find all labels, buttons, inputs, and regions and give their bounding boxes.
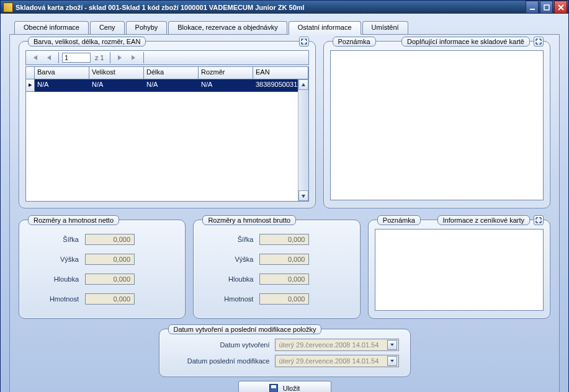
brutto-depth[interactable] — [259, 274, 309, 285]
col-rozmer[interactable]: Rozměr — [199, 67, 253, 79]
col-delka[interactable]: Délka — [144, 67, 199, 79]
expand-icon[interactable] — [299, 37, 309, 47]
titlebar: Skladová karta zboží - sklad 001-Sklad 1… — [1, 1, 568, 14]
note1-hint: Doplňující informace ke skladové kartě — [401, 37, 530, 47]
col-velikost[interactable]: Velikost — [89, 67, 144, 79]
brutto-width[interactable] — [259, 234, 309, 245]
tab-reservations[interactable]: Blokace, rezervace a objednávky — [168, 21, 287, 35]
tab-other[interactable]: Ostatní informace — [289, 21, 361, 35]
note2-legend: Poznámka — [377, 215, 421, 225]
ean-group: Barva, velikost, délka, rozměr, EAN z 1 — [19, 41, 316, 208]
scroll-down-icon[interactable] — [298, 190, 308, 201]
brutto-legend: Rozměry a hmotnost brutto — [202, 215, 296, 225]
ean-legend: Barva, velikost, délka, rozměr, EAN — [28, 37, 146, 47]
save-button[interactable]: Uložit — [238, 381, 331, 392]
nav-last-icon[interactable] — [128, 52, 140, 63]
tab-prices[interactable]: Ceny — [90, 21, 125, 35]
scrollbar-vertical[interactable] — [298, 79, 308, 201]
tab-page-other: Barva, velikost, délka, rozměr, EAN z 1 — [9, 34, 560, 392]
nav-first-icon[interactable] — [29, 52, 41, 63]
label-depth: Hloubka — [29, 275, 79, 283]
note2-group: Poznámka Informace z ceníkové karty — [368, 220, 550, 319]
svg-rect-0 — [530, 9, 535, 10]
cell-barva: N/A — [35, 79, 89, 92]
close-button[interactable] — [554, 1, 567, 14]
chevron-down-icon[interactable] — [387, 340, 397, 350]
created-label: Datum vytvoření — [171, 341, 270, 349]
window-title: Skladová karta zboží - sklad 001-Sklad 1… — [16, 4, 526, 11]
col-ean[interactable]: EAN — [253, 67, 308, 79]
grid-body: ▸ N/A N/A N/A N/A 3838905003126 — [26, 79, 308, 201]
cell-rozmer: N/A — [199, 79, 253, 92]
netto-legend: Rozměry a hmotnost netto — [28, 215, 119, 225]
disk-icon — [269, 384, 278, 392]
dates-group: Datum vytvoření a poslední modifikace po… — [159, 329, 411, 377]
scroll-up-icon[interactable] — [298, 79, 308, 90]
window: Skladová karta zboží - sklad 001-Sklad 1… — [0, 0, 569, 392]
cell-velikost: N/A — [89, 79, 144, 92]
nav-position-input[interactable] — [62, 53, 91, 63]
svg-rect-1 — [544, 5, 549, 10]
tab-general[interactable]: Obecné informace — [14, 21, 89, 35]
minimize-button[interactable] — [526, 1, 539, 14]
brutto-height[interactable] — [259, 254, 309, 265]
label-height: Výška — [29, 256, 79, 263]
expand-icon[interactable] — [534, 215, 544, 225]
tab-strip: Obecné informace Ceny Pohyby Blokace, re… — [14, 21, 560, 35]
brutto-mass[interactable] — [259, 293, 309, 305]
note1-textarea[interactable] — [330, 50, 544, 200]
chevron-down-icon[interactable] — [387, 356, 397, 366]
nav-of-label: z 1 — [95, 54, 104, 61]
modified-value: úterý 29.července.2008 14.01.54 — [279, 357, 379, 365]
col-barva[interactable]: Barva — [35, 67, 89, 79]
client-area: Obecné informace Ceny Pohyby Blokace, re… — [1, 14, 568, 392]
label-width: Šířka — [204, 236, 253, 243]
cell-delka: N/A — [144, 79, 199, 92]
netto-group: Rozměry a hmotnost netto Šířka Výška Hlo… — [19, 220, 186, 319]
netto-width[interactable] — [85, 234, 135, 245]
label-height: Výška — [204, 256, 253, 263]
label-depth: Hloubka — [204, 275, 253, 283]
created-picker[interactable]: úterý 29.července.2008 14.01.54 — [275, 339, 399, 351]
modified-picker[interactable]: úterý 29.července.2008 14.01.54 — [275, 355, 399, 367]
netto-mass[interactable] — [85, 293, 135, 305]
expand-icon[interactable] — [534, 37, 544, 47]
grid-header: Barva Velikost Délka Rozměr EAN — [26, 67, 308, 79]
tab-location[interactable]: Umístění — [362, 21, 408, 35]
netto-depth[interactable] — [85, 274, 135, 285]
maximize-button[interactable] — [540, 1, 553, 14]
netto-height[interactable] — [85, 254, 135, 265]
brutto-group: Rozměry a hmotnost brutto Šířka Výška Hl… — [193, 220, 360, 319]
table-row[interactable]: ▸ N/A N/A N/A N/A 3838905003126 — [26, 79, 308, 92]
row-selector[interactable]: ▸ — [26, 79, 35, 92]
ean-grid[interactable]: Barva Velikost Délka Rozměr EAN ▸ N/A N/… — [25, 66, 309, 202]
dates-legend: Datum vytvoření a poslední modifikace po… — [168, 324, 322, 334]
tab-movement[interactable]: Pohyby — [126, 21, 168, 35]
label-mass: Hmotnost — [29, 295, 79, 303]
label-mass: Hmotnost — [204, 295, 253, 303]
created-value: úterý 29.července.2008 14.01.54 — [279, 341, 379, 349]
note1-group: Poznámka Doplňující informace ke skladov… — [323, 41, 550, 208]
nav-next-icon[interactable] — [114, 52, 126, 63]
row-header-blank — [26, 67, 35, 79]
note2-hint: Informace z ceníkové karty — [437, 215, 530, 225]
note1-legend: Poznámka — [333, 37, 376, 47]
save-label: Uložit — [283, 385, 300, 392]
modified-label: Datum poslední modifikace — [171, 357, 270, 365]
label-width: Šířka — [29, 236, 79, 243]
nav-prev-icon[interactable] — [43, 52, 55, 63]
note2-textarea[interactable] — [375, 229, 544, 311]
app-icon — [3, 2, 13, 12]
grid-navigator: z 1 — [25, 50, 309, 65]
